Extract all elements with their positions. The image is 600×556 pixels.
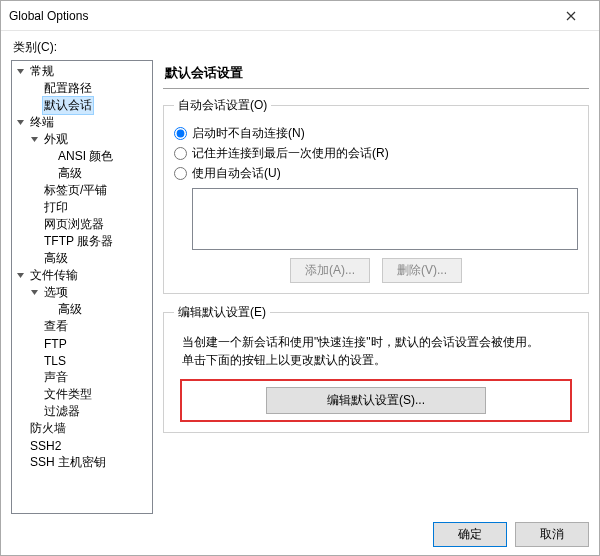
edit-default-legend: 编辑默认设置(E): [174, 304, 270, 321]
tree-item-tftp[interactable]: TFTP 服务器: [28, 233, 152, 250]
cancel-button[interactable]: 取消: [515, 522, 589, 547]
close-button[interactable]: [551, 2, 591, 30]
tree-item-config-path[interactable]: 配置路径: [28, 80, 152, 97]
tree-item-terminal-advanced[interactable]: 高级: [42, 165, 152, 182]
radio-remember-last-input[interactable]: [174, 147, 187, 160]
auto-session-group: 自动会话设置(O) 启动时不自动连接(N) 记住并连接到最后一次使用的会话(R)…: [163, 97, 589, 294]
chevron-down-icon: [14, 117, 26, 129]
chevron-down-icon: [28, 134, 40, 146]
tree-item-ssh2[interactable]: SSH2: [14, 437, 152, 454]
tree-item-view[interactable]: 查看: [28, 318, 152, 335]
tree-item-print[interactable]: 打印: [28, 199, 152, 216]
tree-item-ft-advanced[interactable]: 高级: [42, 301, 152, 318]
page-title: 默认会话设置: [163, 60, 589, 89]
auto-session-legend: 自动会话设置(O): [174, 97, 271, 114]
tree-item-terminal[interactable]: 终端: [14, 114, 152, 131]
category-tree[interactable]: 常规 配置路径 默认会话 终端: [11, 60, 153, 514]
tree-item-browser[interactable]: 网页浏览器: [28, 216, 152, 233]
category-label: 类别(C):: [13, 39, 589, 56]
tree-item-ansi-color[interactable]: ANSI 颜色: [42, 148, 152, 165]
tree-item-appearance[interactable]: 外观: [28, 131, 152, 148]
tree-item-ssh-hostkey[interactable]: SSH 主机密钥: [14, 454, 152, 471]
delete-button: 删除(V)...: [382, 258, 462, 283]
tree-item-terminal-adv2[interactable]: 高级: [28, 250, 152, 267]
tree-item-file-transfer[interactable]: 文件传输: [14, 267, 152, 284]
tree-item-general[interactable]: 常规: [14, 63, 152, 80]
add-button: 添加(A)...: [290, 258, 370, 283]
ok-button[interactable]: 确定: [433, 522, 507, 547]
tree-item-tls[interactable]: TLS: [28, 352, 152, 369]
chevron-down-icon: [14, 66, 26, 78]
tree-item-file-types[interactable]: 文件类型: [28, 386, 152, 403]
window-title: Global Options: [9, 9, 551, 23]
edit-default-group: 编辑默认设置(E) 当创建一个新会话和使用"快速连接"时，默认的会话设置会被使用…: [163, 304, 589, 433]
tree-item-ftp[interactable]: FTP: [28, 335, 152, 352]
tree-item-default-session[interactable]: 默认会话: [28, 97, 152, 114]
chevron-down-icon: [28, 287, 40, 299]
highlight-box: 编辑默认设置(S)...: [180, 379, 572, 422]
tree-item-firewall[interactable]: 防火墙: [14, 420, 152, 437]
radio-no-auto-connect-input[interactable]: [174, 127, 187, 140]
chevron-down-icon: [14, 270, 26, 282]
tree-item-filters[interactable]: 过滤器: [28, 403, 152, 420]
radio-remember-last[interactable]: 记住并连接到最后一次使用的会话(R): [174, 145, 578, 162]
close-icon: [566, 11, 576, 21]
tree-item-tabs[interactable]: 标签页/平铺: [28, 182, 152, 199]
auto-session-list[interactable]: [192, 188, 578, 250]
tree-item-sound[interactable]: 声音: [28, 369, 152, 386]
edit-default-description: 当创建一个新会话和使用"快速连接"时，默认的会话设置会被使用。 单击下面的按钮上…: [182, 333, 570, 369]
radio-use-auto-session-input[interactable]: [174, 167, 187, 180]
radio-no-auto-connect[interactable]: 启动时不自动连接(N): [174, 125, 578, 142]
tree-item-ft-options[interactable]: 选项: [28, 284, 152, 301]
radio-use-auto-session[interactable]: 使用自动会话(U): [174, 165, 578, 182]
edit-default-settings-button[interactable]: 编辑默认设置(S)...: [266, 387, 486, 414]
